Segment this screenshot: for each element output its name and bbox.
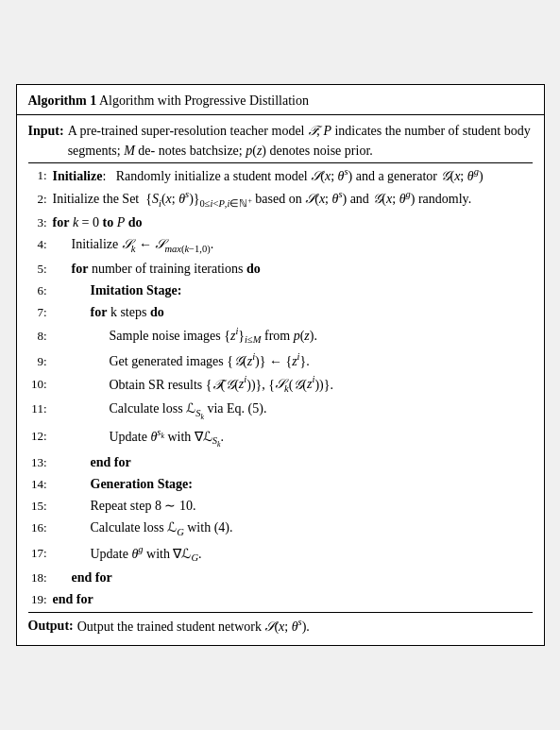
line-num-12: 12: xyxy=(28,427,47,446)
input-text: A pre-trained super-resolution teacher m… xyxy=(68,121,533,161)
line-content-15: Repeat step 8 ∼ 10. xyxy=(91,496,533,516)
line-content-1: Initialize: Randomly initialize a studen… xyxy=(53,164,533,186)
line-15: 15: Repeat step 8 ∼ 10. xyxy=(28,495,533,517)
line-1: 1: Initialize: Randomly initialize a stu… xyxy=(28,163,533,187)
line-num-16: 16: xyxy=(28,518,47,537)
line-2: 2: Initialize the Set {Si(x; θs)}0≤i<P,i… xyxy=(28,186,533,212)
line-content-13: end for xyxy=(91,452,533,472)
line-num-18: 18: xyxy=(28,569,47,587)
line-num-19: 19: xyxy=(28,590,47,609)
line-content-10: Obtain SR results {𝒯(𝒢(zi))}, {𝒮k(𝒢(zi))… xyxy=(110,373,533,397)
line-content-7: for k steps do xyxy=(91,302,533,322)
line-content-14: Generation Stage: xyxy=(91,474,533,494)
output-label: Output: xyxy=(28,616,74,636)
line-10: 10: Obtain SR results {𝒯(𝒢(zi))}, {𝒮k(𝒢(… xyxy=(28,372,533,398)
line-content-19: end for xyxy=(53,589,533,609)
line-num-7: 7: xyxy=(28,303,47,322)
line-7: 7: for k steps do xyxy=(28,301,533,323)
line-num-3: 3: xyxy=(28,213,47,232)
line-num-6: 6: xyxy=(28,281,47,300)
line-num-8: 8: xyxy=(28,327,47,346)
line-content-9: Get generated images {𝒢(zi)} ← {zi}. xyxy=(110,349,533,371)
line-content-8: Sample noise images {zi}i≤M from p(z). xyxy=(110,324,533,348)
line-content-11: Calculate loss ℒSk via Eq. (5). xyxy=(110,399,533,423)
line-14: 14: Generation Stage: xyxy=(28,473,533,495)
line-5: 5: for number of training iterations do xyxy=(28,258,533,280)
algorithm-box: Algorithm 1 Algorithm with Progressive D… xyxy=(16,84,545,647)
line-3: 3: for k = 0 to P do xyxy=(28,212,533,233)
line-6: 6: Imitation Stage: xyxy=(28,280,533,301)
line-content-5: for number of training iterations do xyxy=(72,259,533,279)
line-num-14: 14: xyxy=(28,475,47,494)
line-num-10: 10: xyxy=(28,375,47,394)
line-num-9: 9: xyxy=(28,352,47,371)
line-content-12: Update θsk with ∇ℒSk. xyxy=(110,425,533,450)
algorithm-title-rest: Algorithm with Progressive Distillation xyxy=(99,93,309,108)
algorithm-body: Input: A pre-trained super-resolution te… xyxy=(17,115,544,646)
line-19: 19: end for xyxy=(28,588,533,610)
line-num-2: 2: xyxy=(28,190,47,209)
line-11: 11: Calculate loss ℒSk via Eq. (5). xyxy=(28,398,533,424)
line-9: 9: Get generated images {𝒢(zi)} ← {zi}. xyxy=(28,348,533,372)
algorithm-header: Algorithm 1 Algorithm with Progressive D… xyxy=(17,85,544,115)
line-13: 13: end for xyxy=(28,451,533,473)
algorithm-title-bold: Algorithm 1 xyxy=(28,93,97,108)
line-12: 12: Update θsk with ∇ℒSk. xyxy=(28,424,533,451)
line-num-17: 17: xyxy=(28,544,47,563)
line-num-5: 5: xyxy=(28,260,47,279)
line-content-6: Imitation Stage: xyxy=(91,280,533,300)
line-17: 17: Update θg with ∇ℒG. xyxy=(28,541,533,567)
line-8: 8: Sample noise images {zi}i≤M from p(z)… xyxy=(28,323,533,348)
output-line: Output: Output the trained student netwo… xyxy=(28,612,533,638)
line-content-2: Initialize the Set {Si(x; θs)}0≤i<P,i∈ℕ+… xyxy=(53,187,533,211)
line-num-11: 11: xyxy=(28,399,47,418)
input-line: Input: A pre-trained super-resolution te… xyxy=(28,119,533,163)
line-content-4: Initialize 𝒮k ← 𝒮max(k−1,0). xyxy=(72,234,533,257)
line-16: 16: Calculate loss ℒG with (4). xyxy=(28,517,533,541)
line-content-18: end for xyxy=(72,568,533,587)
line-num-4: 4: xyxy=(28,235,47,254)
line-num-1: 1: xyxy=(28,166,47,185)
line-content-17: Update θg with ∇ℒG. xyxy=(91,542,533,566)
line-4: 4: Initialize 𝒮k ← 𝒮max(k−1,0). xyxy=(28,233,533,258)
line-content-16: Calculate loss ℒG with (4). xyxy=(91,518,533,540)
line-content-3: for k = 0 to P do xyxy=(53,212,533,232)
line-num-13: 13: xyxy=(28,453,47,472)
line-18: 18: end for xyxy=(28,567,533,588)
line-num-15: 15: xyxy=(28,497,47,516)
input-label: Input: xyxy=(28,121,64,141)
output-text: Output the trained student network 𝒮(x; … xyxy=(77,615,310,637)
